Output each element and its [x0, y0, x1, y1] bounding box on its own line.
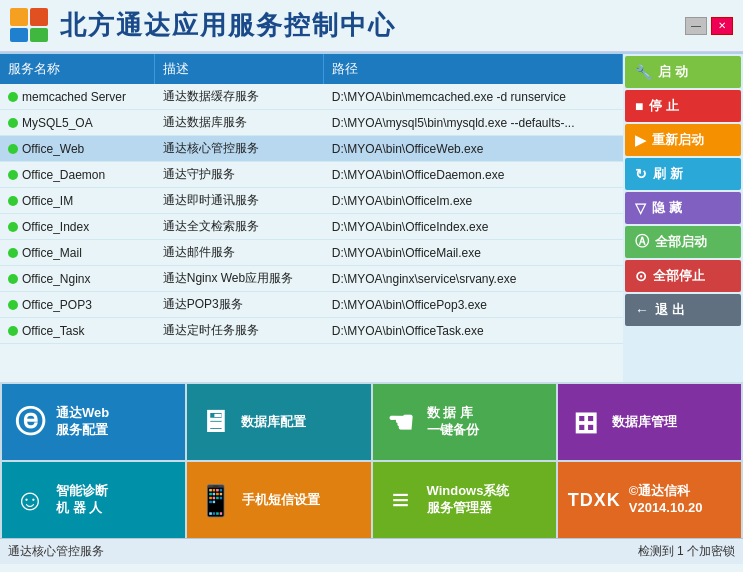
diagnosis-tile-icon: ☺: [12, 483, 48, 517]
service-desc-cell: 通达Nginx Web应用服务: [155, 266, 324, 292]
tile-web-config[interactable]: ⓔ通达Web 服务配置: [2, 384, 185, 460]
tile-diagnosis[interactable]: ☺智能诊断 机 器 人: [2, 462, 185, 538]
service-table-body: memcached Server通达数据缓存服务D:\MYOA\bin\memc…: [0, 84, 623, 344]
minimize-button[interactable]: —: [685, 17, 707, 35]
status-left: 通达核心管控服务: [8, 543, 104, 560]
restart-button[interactable]: ▶重新启动: [625, 124, 741, 156]
tile-grid: ⓔ通达Web 服务配置🖥数据库配置☚数 据 库 一键备份⊞数据库管理☺智能诊断 …: [0, 382, 743, 538]
service-path-cell: D:\MYOA\bin\OfficeMail.exe: [324, 240, 623, 266]
window-controls: — ✕: [685, 17, 733, 35]
tile-db-config[interactable]: 🖥数据库配置: [187, 384, 370, 460]
startall-button[interactable]: Ⓐ全部启动: [625, 226, 741, 258]
service-name-cell: Office_IM: [0, 188, 155, 214]
table-row[interactable]: Office_Index通达全文检索服务D:\MYOA\bin\OfficeIn…: [0, 214, 623, 240]
refresh-icon: ↻: [635, 166, 647, 182]
main-area: 服务名称 描述 路径 memcached Server通达数据缓存服务D:\MY…: [0, 52, 743, 382]
status-dot: [8, 222, 18, 232]
svg-rect-3: [30, 28, 48, 42]
table-header-row: 服务名称 描述 路径: [0, 54, 623, 84]
service-path-cell: D:\MYOA\mysql5\bin\mysqld.exe --defaults…: [324, 110, 623, 136]
startall-label: 全部启动: [655, 233, 707, 251]
service-path-cell: D:\MYOA\bin\OfficeTask.exe: [324, 318, 623, 344]
startall-icon: Ⓐ: [635, 233, 649, 251]
service-table-wrapper: 服务名称 描述 路径 memcached Server通达数据缓存服务D:\MY…: [0, 54, 623, 382]
col-header-name: 服务名称: [0, 54, 155, 84]
table-row[interactable]: Office_Nginx通达Nginx Web应用服务D:\MYOA\nginx…: [0, 266, 623, 292]
tile-win-manager[interactable]: ≡Windows系统 服务管理器: [373, 462, 556, 538]
win-manager-tile-icon: ≡: [383, 483, 419, 517]
status-dot: [8, 118, 18, 128]
service-desc-cell: 通达定时任务服务: [155, 318, 324, 344]
stop-button[interactable]: ■停 止: [625, 90, 741, 122]
status-dot: [8, 300, 18, 310]
service-desc-cell: 通达邮件服务: [155, 240, 324, 266]
db-manage-tile-icon: ⊞: [568, 405, 604, 440]
diagnosis-tile-label: 智能诊断 机 器 人: [56, 483, 108, 517]
start-label: 启 动: [658, 63, 688, 81]
table-row[interactable]: Office_POP3通达POP3服务D:\MYOA\bin\OfficePop…: [0, 292, 623, 318]
hide-label: 隐 藏: [652, 199, 682, 217]
exit-icon: ←: [635, 302, 649, 318]
sms-config-tile-icon: 📱: [197, 483, 234, 518]
restart-label: 重新启动: [652, 131, 704, 149]
brand-tile-label: ©通达信科 V2014.10.20: [629, 483, 703, 517]
tile-db-backup[interactable]: ☚数 据 库 一键备份: [373, 384, 556, 460]
status-dot: [8, 248, 18, 258]
service-name-cell: memcached Server: [0, 84, 155, 110]
service-name-cell: Office_Nginx: [0, 266, 155, 292]
refresh-button[interactable]: ↻刷 新: [625, 158, 741, 190]
service-name-cell: Office_Web: [0, 136, 155, 162]
web-config-tile-icon: ⓔ: [12, 402, 48, 443]
table-row[interactable]: Office_Web通达核心管控服务D:\MYOA\bin\OfficeWeb.…: [0, 136, 623, 162]
service-path-cell: D:\MYOA\bin\OfficeDaemon.exe: [324, 162, 623, 188]
restart-icon: ▶: [635, 132, 646, 148]
table-row[interactable]: memcached Server通达数据缓存服务D:\MYOA\bin\memc…: [0, 84, 623, 110]
tile-sms-config[interactable]: 📱手机短信设置: [187, 462, 370, 538]
status-bar: 通达核心管控服务 检测到 1 个加密锁: [0, 538, 743, 564]
service-desc-cell: 通达全文检索服务: [155, 214, 324, 240]
col-header-path: 路径: [324, 54, 623, 84]
web-config-tile-label: 通达Web 服务配置: [56, 405, 109, 439]
status-right: 检测到 1 个加密锁: [638, 543, 735, 560]
table-row[interactable]: Office_Mail通达邮件服务D:\MYOA\bin\OfficeMail.…: [0, 240, 623, 266]
start-button[interactable]: 🔧启 动: [625, 56, 741, 88]
start-icon: 🔧: [635, 64, 652, 80]
stopall-icon: ⊙: [635, 268, 647, 284]
col-header-desc: 描述: [155, 54, 324, 84]
hide-button[interactable]: ▽隐 藏: [625, 192, 741, 224]
table-row[interactable]: Office_Task通达定时任务服务D:\MYOA\bin\OfficeTas…: [0, 318, 623, 344]
db-config-tile-icon: 🖥: [197, 405, 233, 439]
db-backup-tile-label: 数 据 库 一键备份: [427, 405, 479, 439]
win-manager-tile-label: Windows系统 服务管理器: [427, 483, 510, 517]
service-name-cell: Office_Index: [0, 214, 155, 240]
db-config-tile-label: 数据库配置: [241, 414, 306, 431]
status-dot: [8, 144, 18, 154]
table-row[interactable]: Office_IM通达即时通讯服务D:\MYOA\bin\OfficeIm.ex…: [0, 188, 623, 214]
svg-rect-0: [10, 8, 28, 26]
exit-button[interactable]: ←退 出: [625, 294, 741, 326]
app-title: 北方通达应用服务控制中心: [60, 8, 396, 43]
service-desc-cell: 通达守护服务: [155, 162, 324, 188]
service-name-cell: Office_Task: [0, 318, 155, 344]
service-table: 服务名称 描述 路径 memcached Server通达数据缓存服务D:\MY…: [0, 54, 623, 344]
tile-brand[interactable]: TDXK©通达信科 V2014.10.20: [558, 462, 741, 538]
service-desc-cell: 通达即时通讯服务: [155, 188, 324, 214]
service-name-cell: Office_Daemon: [0, 162, 155, 188]
service-path-cell: D:\MYOA\bin\OfficeIm.exe: [324, 188, 623, 214]
status-dot: [8, 274, 18, 284]
stopall-button[interactable]: ⊙全部停止: [625, 260, 741, 292]
tile-db-manage[interactable]: ⊞数据库管理: [558, 384, 741, 460]
title-bar: 北方通达应用服务控制中心 — ✕: [0, 0, 743, 52]
table-row[interactable]: Office_Daemon通达守护服务D:\MYOA\bin\OfficeDae…: [0, 162, 623, 188]
app-logo: [10, 8, 50, 44]
table-row[interactable]: MySQL5_OA通达数据库服务D:\MYOA\mysql5\bin\mysql…: [0, 110, 623, 136]
right-panel: 🔧启 动■停 止▶重新启动↻刷 新▽隐 藏Ⓐ全部启动⊙全部停止←退 出: [623, 54, 743, 382]
refresh-label: 刷 新: [653, 165, 683, 183]
service-desc-cell: 通达数据库服务: [155, 110, 324, 136]
service-name-cell: MySQL5_OA: [0, 110, 155, 136]
close-button[interactable]: ✕: [711, 17, 733, 35]
status-dot: [8, 170, 18, 180]
status-dot: [8, 326, 18, 336]
service-path-cell: D:\MYOA\bin\memcached.exe -d runservice: [324, 84, 623, 110]
svg-rect-2: [10, 28, 28, 42]
